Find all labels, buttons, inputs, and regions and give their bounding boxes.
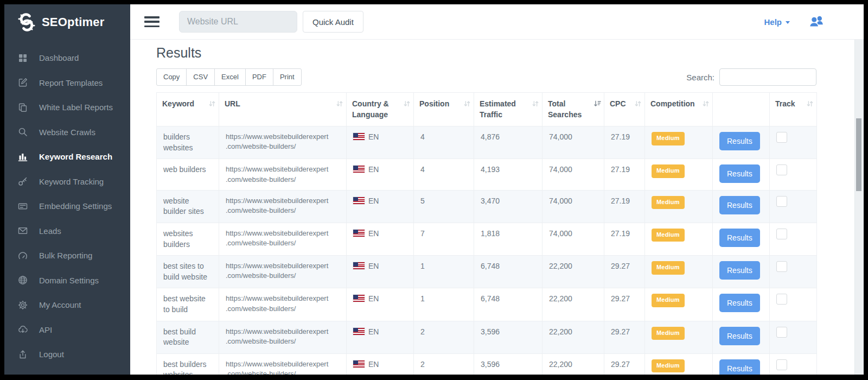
column-header-country-language[interactable]: Country & Language <box>347 93 414 126</box>
us-flag-icon <box>353 328 365 335</box>
quick-audit-button[interactable]: Quick Audit <box>303 11 363 33</box>
total-searches-cell: 22,200 <box>542 353 604 375</box>
column-header-competition[interactable]: Competition <box>645 93 713 126</box>
search-label: Search: <box>686 73 714 82</box>
position-cell: 5 <box>414 190 474 223</box>
results-button[interactable]: Results <box>719 164 760 183</box>
sidebar-item-keyword-research[interactable]: Keyword Research <box>4 144 130 169</box>
sidebar-item-logout[interactable]: Logout <box>4 342 130 367</box>
sidebar-item-label: Domain Settings <box>39 276 99 285</box>
page-title: Results <box>156 45 855 61</box>
key-icon <box>18 176 28 186</box>
competition-badge: Medium <box>652 327 685 340</box>
sidebar-item-label: My Account <box>39 300 81 309</box>
results-button[interactable]: Results <box>719 132 760 150</box>
caret-down-icon <box>786 21 790 24</box>
sidebar-item-white-label-reports[interactable]: White Label Reports <box>4 95 130 120</box>
sidebar-item-label: Website Crawls <box>39 128 95 137</box>
export-pdf-button[interactable]: PDF <box>245 68 273 86</box>
track-checkbox[interactable] <box>776 359 787 370</box>
sidebar-item-label: Leads <box>39 226 61 236</box>
url-cell: https://www.websitebuilderexpert.com/web… <box>219 321 347 353</box>
sidebar-item-api[interactable]: API <box>4 318 130 343</box>
export-copy-button[interactable]: Copy <box>156 68 187 86</box>
export-excel-button[interactable]: Excel <box>214 68 246 86</box>
sidebar-item-website-crawls[interactable]: Website Crawls <box>4 120 130 145</box>
users-icon[interactable] <box>807 14 826 30</box>
results-button[interactable]: Results <box>719 196 760 214</box>
sidebar-item-label: Keyword Research <box>39 152 112 161</box>
table-row: website builder siteshttps://www.website… <box>157 190 817 223</box>
country-cell: EN <box>347 223 414 255</box>
competition-badge: Medium <box>652 359 685 372</box>
brand-logo[interactable]: SEOptimer <box>4 4 130 40</box>
keyword-cell: best builders websites <box>157 353 219 375</box>
sidebar-item-label: Keyword Tracking <box>39 177 104 186</box>
website-url-input[interactable] <box>179 11 297 33</box>
sidebar-item-bulk-reporting[interactable]: Bulk Reporting <box>4 243 130 268</box>
export-print-button[interactable]: Print <box>273 68 302 86</box>
column-header-cpc[interactable]: CPC <box>604 93 645 126</box>
help-menu[interactable]: Help <box>764 17 790 27</box>
track-checkbox[interactable] <box>776 164 787 175</box>
seoptimer-logo-icon <box>17 13 36 31</box>
sidebar-item-report-templates[interactable]: Report Templates <box>4 71 130 96</box>
sidebar-item-label: Logout <box>39 350 64 359</box>
position-cell: 1 <box>414 288 474 321</box>
sidebar-item-dashboard[interactable]: Dashboard <box>4 46 130 71</box>
results-table-body: builders websiteshttps://www.websitebuil… <box>157 126 817 375</box>
track-checkbox[interactable] <box>776 261 787 272</box>
globe-icon <box>18 275 28 285</box>
position-cell: 4 <box>414 159 474 190</box>
results-button[interactable]: Results <box>719 229 760 247</box>
competition-cell: Medium <box>645 321 713 353</box>
sidebar-item-leads[interactable]: Leads <box>4 219 130 244</box>
estimated-traffic-cell: 4,876 <box>474 126 542 159</box>
url-cell: https://www.websitebuilderexpert.com/web… <box>219 126 347 159</box>
track-checkbox[interactable] <box>776 327 787 338</box>
track-checkbox[interactable] <box>776 132 787 143</box>
action-cell: Results <box>713 159 770 190</box>
sort-both-icon <box>403 100 411 107</box>
envelope-icon <box>18 226 28 236</box>
column-header-position[interactable]: Position <box>414 93 474 126</box>
track-checkbox[interactable] <box>776 196 787 207</box>
results-button[interactable]: Results <box>719 327 760 345</box>
track-cell <box>770 256 817 288</box>
sidebar-item-domain-settings[interactable]: Domain Settings <box>4 268 130 293</box>
sidebar-item-my-account[interactable]: My Account <box>4 293 130 318</box>
action-cell: Results <box>713 223 770 255</box>
sidebar-item-embedding-settings[interactable]: Embedding Settings <box>4 194 130 219</box>
sidebar-item-label: Report Templates <box>39 78 103 87</box>
column-header-total-searches[interactable]: Total Searches <box>542 93 604 126</box>
track-checkbox[interactable] <box>776 229 787 239</box>
vertical-scrollbar-track[interactable] <box>854 40 864 375</box>
action-cell: Results <box>713 190 770 223</box>
column-header-keyword[interactable]: Keyword <box>157 93 219 126</box>
column-header-estimated-traffic[interactable]: Estimated Traffic <box>474 93 542 126</box>
competition-badge: Medium <box>652 261 685 274</box>
dashboard-grid-icon <box>18 53 28 63</box>
vertical-scrollbar-thumb[interactable] <box>856 118 861 191</box>
hamburger-menu-icon[interactable] <box>144 16 159 27</box>
column-header-track[interactable]: Track <box>770 93 817 126</box>
sort-both-icon <box>463 100 471 107</box>
results-button[interactable]: Results <box>719 359 760 375</box>
results-button[interactable]: Results <box>719 261 760 280</box>
logout-icon <box>18 350 28 359</box>
search-input[interactable] <box>719 68 816 86</box>
estimated-traffic-cell: 3,596 <box>474 353 542 375</box>
cpc-cell: 27.19 <box>604 126 645 159</box>
search-icon <box>18 127 28 137</box>
cpc-cell: 29.27 <box>604 353 645 375</box>
estimated-traffic-cell: 6,748 <box>474 256 542 288</box>
edit-square-icon <box>18 78 28 87</box>
table-row: best build websitehttps://www.websitebui… <box>157 321 817 353</box>
results-button[interactable]: Results <box>719 294 760 312</box>
sidebar-nav: DashboardReport TemplatesWhite Label Rep… <box>4 46 130 367</box>
total-searches-cell: 74,000 <box>542 223 604 255</box>
export-csv-button[interactable]: CSV <box>186 68 215 86</box>
column-header-url[interactable]: URL <box>219 93 347 126</box>
sidebar-item-keyword-tracking[interactable]: Keyword Tracking <box>4 169 130 194</box>
track-checkbox[interactable] <box>776 294 787 305</box>
